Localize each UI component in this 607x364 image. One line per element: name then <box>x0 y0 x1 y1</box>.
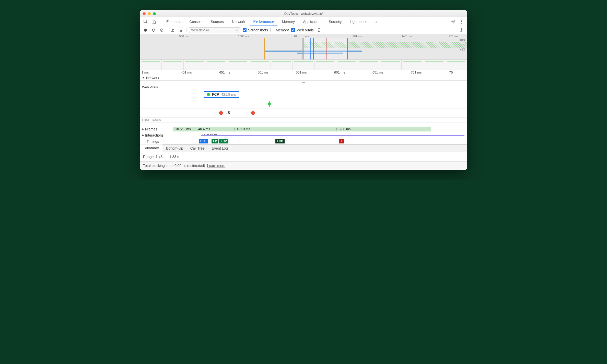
svg-rect-2 <box>154 21 156 23</box>
frame-segment[interactable]: 40.4 ms <box>196 127 235 131</box>
filmstrip-thumb[interactable] <box>402 60 423 70</box>
save-profile-icon[interactable] <box>178 27 184 33</box>
tab-memory[interactable]: Memory <box>278 17 299 26</box>
filmstrip-thumb[interactable] <box>249 60 271 70</box>
filmstrip-thumb[interactable] <box>205 60 227 70</box>
animation-bar[interactable] <box>201 135 464 136</box>
detail-ruler[interactable]: 1 ms 401 ms 451 ms 501 ms 551 ms 601 ms … <box>140 70 467 75</box>
tab-network[interactable]: Network <box>228 17 249 26</box>
interactions-track[interactable]: ▶Interactions Animation <box>140 132 467 138</box>
long-tasks-header: LONG TASKS <box>140 118 467 123</box>
net-label: NET <box>460 48 465 51</box>
filmstrip-thumb[interactable] <box>336 60 358 70</box>
network-section-header[interactable]: ▼ Network <box>140 75 467 81</box>
frame-segment[interactable]: 161.3 ms <box>235 127 337 131</box>
recording-select[interactable]: web.dev #1 ▾ <box>189 27 240 33</box>
kebab-menu-icon[interactable] <box>458 18 465 25</box>
tab-summary[interactable]: Summary <box>140 144 162 152</box>
frame-segment[interactable]: 59.8 ms <box>337 127 431 131</box>
recording-select-value: web.dev #1 <box>191 28 210 32</box>
filmstrip-thumb[interactable] <box>140 60 162 70</box>
filmstrip-thumb[interactable] <box>271 60 293 70</box>
tab-elements[interactable]: Elements <box>163 17 185 26</box>
filmstrip-thumb[interactable] <box>162 60 183 70</box>
fcp-badge[interactable]: FCP <box>219 139 228 143</box>
expand-icon: ▶ <box>142 128 144 130</box>
settings-icon[interactable] <box>450 18 457 25</box>
l-badge[interactable]: L <box>339 139 344 143</box>
frame-segment[interactable]: 1072.5 ms <box>173 127 196 131</box>
svg-point-6 <box>461 23 462 23</box>
summary-range: Range: 1.43 s – 1.83 s <box>140 152 467 161</box>
performance-toolbar: web.dev #1 ▾ Screenshots Memory Web Vita… <box>140 26 467 34</box>
layout-shift-marker[interactable] <box>250 110 255 115</box>
svg-point-5 <box>461 21 462 22</box>
tab-performance[interactable]: Performance <box>250 17 277 26</box>
tab-application[interactable]: Application <box>299 17 324 26</box>
record-button[interactable] <box>143 27 148 33</box>
overview-selection[interactable] <box>302 38 348 59</box>
svg-point-12 <box>461 29 462 30</box>
timings-track[interactable]: Timings DCL FP FCP LCP L <box>140 138 467 144</box>
memory-checkbox[interactable]: Memory <box>271 28 289 32</box>
collapsed-indicator: ⋯ <box>140 81 467 84</box>
svg-point-7 <box>144 29 147 32</box>
tab-console[interactable]: Console <box>186 17 206 26</box>
tab-event-log[interactable]: Event Log <box>208 144 231 152</box>
delete-recording-icon[interactable] <box>316 27 322 33</box>
svg-line-9 <box>161 29 163 31</box>
window-title: DevTools - web.dev/vitals/ <box>140 12 467 16</box>
tab-lighthouse[interactable]: Lighthouse <box>346 17 371 26</box>
filmstrip-thumb[interactable] <box>293 60 314 70</box>
svg-point-3 <box>453 21 454 22</box>
dcl-badge[interactable]: DCL <box>199 139 208 143</box>
inspect-element-icon[interactable] <box>142 18 149 25</box>
tab-call-tree[interactable]: Call Tree <box>187 144 208 152</box>
fp-badge[interactable]: FP <box>212 139 218 143</box>
devtools-window: DevTools - web.dev/vitals/ Elements Cons… <box>140 10 467 170</box>
filmstrip-thumb[interactable] <box>380 60 402 70</box>
cpu-label: CPU <box>460 43 465 46</box>
overview-ruler: 500 ms 1000 ms 40 ms 901 ms 1401 ms 1901… <box>140 34 467 38</box>
clear-button[interactable] <box>159 27 165 33</box>
filmstrip-thumb[interactable] <box>184 60 205 70</box>
screenshots-filmstrip[interactable] <box>140 60 467 70</box>
window-titlebar: DevTools - web.dev/vitals/ <box>140 10 467 17</box>
frames-track[interactable]: ▶Frames 1072.5 ms 40.4 ms 161.3 ms 59.8 … <box>140 126 467 132</box>
webvitals-checkbox[interactable]: Web Vitals <box>291 28 313 32</box>
collapse-icon: ▼ <box>142 76 145 79</box>
filmstrip-thumb[interactable] <box>423 60 445 70</box>
lcp-badge[interactable]: LCP <box>275 139 285 143</box>
web-vitals-section: Web Vitals FCP 421.8 ms LS LONG TASKS <box>140 84 467 126</box>
filmstrip-thumb[interactable] <box>445 60 467 70</box>
filmstrip-thumb[interactable] <box>227 60 249 70</box>
ls-label: LS <box>226 111 230 115</box>
load-profile-icon[interactable] <box>170 27 176 33</box>
memory-checkbox-input[interactable] <box>271 28 274 32</box>
fps-label: FPS <box>460 39 465 42</box>
screenshots-checkbox-input[interactable] <box>243 28 247 32</box>
filmstrip-thumb[interactable] <box>314 60 336 70</box>
tab-sources[interactable]: Sources <box>207 17 227 26</box>
fcp-marker[interactable]: FCP 421.8 ms <box>204 91 239 98</box>
tab-bottom-up[interactable]: Bottom-Up <box>162 144 187 152</box>
fcp-dot-icon <box>207 93 210 96</box>
timeline-overview[interactable]: 500 ms 1000 ms 40 ms 901 ms 1401 ms 1901… <box>140 34 467 60</box>
filmstrip-thumb[interactable] <box>358 60 380 70</box>
tab-security[interactable]: Security <box>325 17 345 26</box>
svg-point-4 <box>461 20 462 20</box>
vitals-green-marker[interactable] <box>268 102 271 105</box>
device-toolbar-icon[interactable] <box>150 18 157 25</box>
footer: Total blocking time: 0.00ms (estimated) … <box>140 161 467 170</box>
tbt-text: Total blocking time: 0.00ms (estimated) <box>143 164 205 168</box>
webvitals-checkbox-input[interactable] <box>291 28 295 32</box>
tab-more[interactable]: » <box>372 17 381 26</box>
details-tabbar: Summary Bottom-Up Call Tree Event Log <box>140 144 467 152</box>
screenshots-checkbox[interactable]: Screenshots <box>243 28 268 32</box>
capture-settings-icon[interactable] <box>459 27 464 33</box>
expand-icon: ▶ <box>142 134 144 137</box>
reload-record-button[interactable] <box>151 27 156 33</box>
devtools-tabbar: Elements Console Sources Network Perform… <box>140 17 467 26</box>
layout-shift-marker[interactable] <box>218 110 224 115</box>
learn-more-link[interactable]: Learn more <box>207 164 226 168</box>
